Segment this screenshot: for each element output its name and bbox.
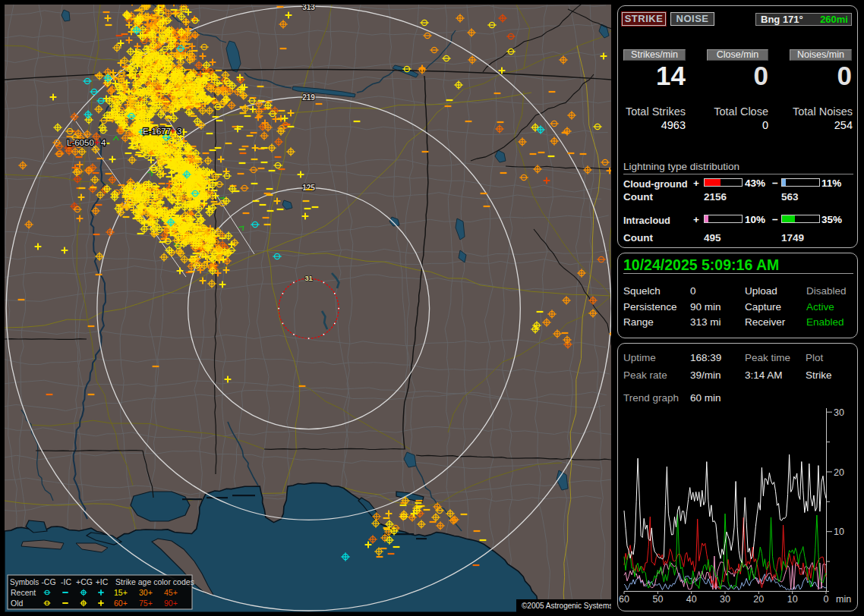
svg-text:60: 60 [619, 594, 629, 605]
svg-text:min: min [836, 594, 851, 605]
svg-text:0: 0 [824, 594, 829, 605]
svg-text:20: 20 [834, 467, 844, 478]
svg-text:40: 40 [686, 594, 697, 605]
svg-text:20: 20 [753, 594, 764, 605]
svg-text:10: 10 [834, 526, 844, 537]
svg-text:30: 30 [834, 407, 844, 418]
svg-text:30: 30 [720, 594, 730, 605]
svg-text:10: 10 [787, 594, 798, 605]
svg-text:50: 50 [652, 594, 663, 605]
